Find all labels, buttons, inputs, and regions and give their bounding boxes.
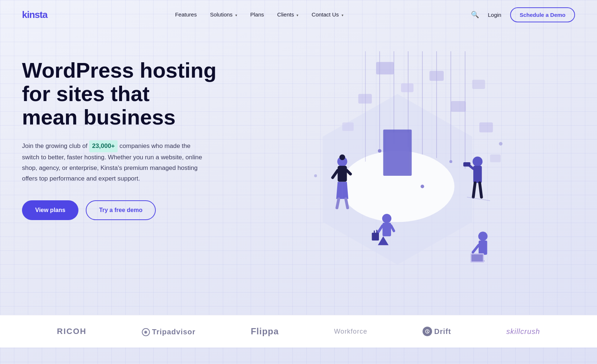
hero-content: WordPress hosting for sites that mean bu… xyxy=(22,51,235,220)
drift-circle-icon xyxy=(423,327,432,336)
svg-line-44 xyxy=(480,183,482,197)
logo-flippa: Flippa xyxy=(251,326,279,337)
svg-point-32 xyxy=(382,214,391,223)
svg-point-29 xyxy=(339,155,345,160)
svg-rect-14 xyxy=(376,62,394,74)
svg-rect-33 xyxy=(383,223,391,236)
schedule-demo-button[interactable]: Schedule a Demo xyxy=(510,7,575,22)
tripadvisor-owl-icon: ◉ xyxy=(142,328,150,336)
svg-point-10 xyxy=(378,149,382,153)
try-free-demo-button[interactable]: Try a free demo xyxy=(86,200,155,220)
svg-rect-40 xyxy=(473,166,482,183)
hero-illustration xyxy=(220,51,575,300)
hero-buttons: View plans Try a free demo xyxy=(22,200,235,220)
nav-item-contact[interactable]: Contact Us ▾ xyxy=(312,11,343,18)
svg-line-43 xyxy=(473,183,475,197)
svg-rect-18 xyxy=(472,80,485,89)
svg-rect-26 xyxy=(338,166,347,182)
hero-section: WordPress hosting for sites that mean bu… xyxy=(0,29,597,315)
svg-rect-19 xyxy=(358,94,372,104)
svg-line-30 xyxy=(337,199,339,208)
hero-description: Join the growing club of 23,000+ compani… xyxy=(22,140,205,184)
svg-line-50 xyxy=(473,245,479,252)
svg-point-52 xyxy=(499,142,502,146)
customer-count-badge: 23,000+ xyxy=(89,140,118,152)
nav-links: Features Solutions ▾ Plans Clients ▾ Con… xyxy=(175,11,343,18)
svg-rect-20 xyxy=(342,122,354,131)
logo-drift: Drift xyxy=(423,327,451,336)
svg-rect-16 xyxy=(401,83,413,92)
svg-rect-36 xyxy=(372,233,379,240)
svg-rect-15 xyxy=(430,71,444,81)
svg-rect-49 xyxy=(472,255,483,261)
hero-title: WordPress hosting for sites that mean bu… xyxy=(22,59,235,129)
brand-logo[interactable]: kinsta xyxy=(22,9,47,21)
search-icon[interactable]: 🔍 xyxy=(471,11,479,19)
logo-tripadvisor: ◉ Tripadvisor xyxy=(142,327,196,336)
svg-rect-21 xyxy=(479,122,493,132)
svg-rect-24 xyxy=(386,132,409,173)
logo-workforce: Workforce xyxy=(334,328,367,335)
nav-item-features[interactable]: Features xyxy=(175,11,197,18)
nav-item-plans[interactable]: Plans xyxy=(250,11,264,18)
svg-point-11 xyxy=(421,185,424,188)
nav-item-solutions[interactable]: Solutions ▾ xyxy=(210,11,237,18)
navigation: kinsta Features Solutions ▾ Plans Client… xyxy=(0,0,597,29)
nav-right: 🔍 Login Schedule a Demo xyxy=(471,7,575,22)
svg-point-46 xyxy=(478,232,487,241)
view-plans-button[interactable]: View plans xyxy=(22,200,78,220)
svg-point-39 xyxy=(472,157,482,167)
svg-rect-42 xyxy=(463,162,470,167)
logo-skillcrush: skillcrush xyxy=(506,327,540,336)
svg-rect-47 xyxy=(479,241,487,255)
svg-point-12 xyxy=(449,160,452,163)
nav-item-clients[interactable]: Clients ▾ xyxy=(277,11,298,18)
logos-bar: RICOH ◉ Tripadvisor Flippa Workforce xyxy=(0,315,597,348)
login-link[interactable]: Login xyxy=(488,12,501,18)
svg-line-31 xyxy=(346,199,348,208)
logo-ricoh: RICOH xyxy=(57,327,86,336)
svg-rect-17 xyxy=(451,101,466,112)
svg-point-51 xyxy=(314,174,317,177)
svg-rect-22 xyxy=(490,155,501,162)
